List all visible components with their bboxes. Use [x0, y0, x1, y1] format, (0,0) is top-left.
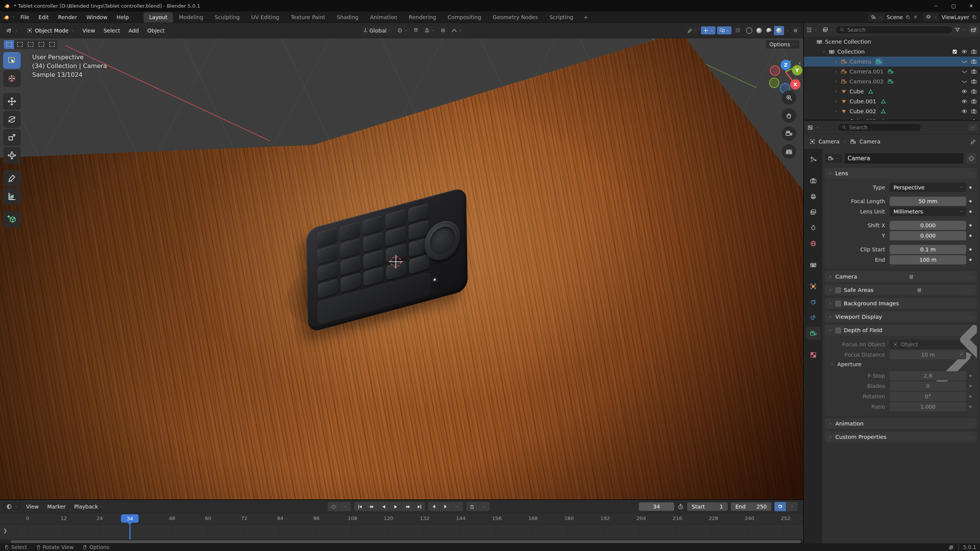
field-f-stop[interactable]: 2.8	[890, 371, 966, 380]
properties-tab-view-layer[interactable]	[805, 205, 821, 218]
panel-header[interactable]: Camera ::::	[825, 271, 977, 282]
properties-tab-physics[interactable]	[805, 295, 821, 308]
jump-start-button[interactable]	[354, 502, 366, 511]
select-mode-2[interactable]	[25, 40, 36, 49]
next-keyframe-button[interactable]	[402, 502, 413, 511]
field-rotation[interactable]: 0°	[890, 392, 966, 401]
field-type[interactable]: Perspective	[890, 183, 966, 192]
menu-help[interactable]: Help	[112, 11, 134, 23]
add-workspace-button[interactable]: +	[579, 12, 593, 23]
close-icon[interactable]	[913, 15, 918, 20]
animate-dot-icon[interactable]	[969, 224, 972, 227]
panel-header[interactable]: Background Images ::::	[825, 298, 977, 309]
viewport-menu-add[interactable]: Add	[125, 26, 143, 35]
expander-icon[interactable]	[834, 109, 838, 114]
field-focal-length[interactable]: 50 mm	[890, 197, 966, 206]
field-focus-on-object[interactable]: Object	[890, 340, 966, 349]
panel-grip[interactable]: ::::	[965, 301, 973, 306]
panel-header[interactable]: Safe Areas ::::	[825, 285, 977, 295]
eye-closed-icon[interactable]	[961, 68, 967, 75]
filter-images-icon[interactable]	[822, 27, 828, 33]
minimize-button[interactable]: ─	[927, 0, 945, 11]
scrollbar-handle[interactable]	[11, 540, 801, 543]
expander-icon[interactable]	[834, 89, 838, 94]
gizmo-axis-z[interactable]: Z	[781, 60, 791, 70]
tool-annotate[interactable]	[3, 170, 21, 187]
prev-keyframe-button[interactable]	[366, 502, 378, 511]
chevron-down-icon[interactable]	[816, 126, 820, 129]
new-viewlayer-icon[interactable]	[972, 15, 977, 20]
keying-set-button[interactable]	[774, 502, 786, 511]
jump-end-button[interactable]	[413, 502, 425, 511]
animate-dot-icon[interactable]	[969, 259, 972, 261]
panel-grip[interactable]: ::::	[965, 421, 973, 426]
tool-cursor[interactable]	[3, 70, 21, 87]
field-focus-distance[interactable]: 10 m	[890, 350, 966, 359]
shading-wireframe-button[interactable]	[744, 26, 754, 35]
chevron-down-icon[interactable]	[786, 29, 789, 33]
properties-tab-render[interactable]	[805, 174, 821, 187]
chevron-down-icon[interactable]	[814, 28, 818, 32]
scene-selector[interactable]	[868, 13, 884, 21]
panel-checkbox[interactable]	[835, 301, 841, 306]
tab-animation[interactable]: Animation	[364, 12, 403, 23]
start-frame-field[interactable]: Start1	[687, 502, 728, 511]
frame-dropdown[interactable]	[452, 502, 463, 511]
tab-layout[interactable]: Layout	[144, 12, 173, 23]
ortho-grid-button[interactable]	[782, 144, 796, 159]
viewport-3d[interactable]: Object ModeViewSelectAddObject Global Op…	[0, 23, 804, 499]
mode-dropdown[interactable]: Object Mode	[24, 26, 78, 35]
keying-popover[interactable]	[685, 27, 699, 34]
end-frame-field[interactable]: End250	[731, 502, 771, 511]
eyedropper-icon[interactable]	[959, 352, 964, 357]
tab-compositing[interactable]: Compositing	[442, 12, 487, 23]
animate-dot-icon[interactable]	[969, 186, 972, 189]
snap-toggle[interactable]	[411, 26, 421, 34]
outliner-row-cube-002[interactable]: Cube.002	[804, 106, 980, 116]
checkbox-checked-icon[interactable]	[952, 49, 958, 55]
timeline-editor-type-button[interactable]	[3, 502, 21, 511]
auto-keying-dropdown[interactable]	[340, 502, 351, 511]
camera-render-icon[interactable]	[971, 98, 977, 104]
field-lens-unit[interactable]: Millimeters	[890, 207, 966, 216]
outliner-row-camera-001[interactable]: Camera.001	[804, 67, 980, 77]
gizmo-axis-y[interactable]: Y	[792, 65, 802, 75]
timeline-menu-marker[interactable]: Marker	[43, 502, 69, 511]
panel-header[interactable]: Animation::::	[825, 418, 977, 429]
outliner-row-camera-002[interactable]: Camera.002	[804, 77, 980, 86]
sliders-icon[interactable]	[908, 274, 914, 280]
field-y[interactable]: 0.000	[890, 231, 966, 240]
preview-range-button[interactable]	[466, 502, 478, 511]
viewport-menu-view[interactable]: View	[78, 26, 99, 35]
panel-lens-header[interactable]: Lens::::	[825, 168, 977, 179]
properties-tab-object-data[interactable]	[805, 327, 821, 340]
outliner-row-camera[interactable]: Camera	[804, 57, 980, 67]
menu-edit[interactable]: Edit	[34, 11, 53, 23]
zoom-button[interactable]	[782, 90, 796, 105]
preview-range-dropdown[interactable]	[478, 502, 490, 511]
panel-header[interactable]: Custom Properties::::	[825, 432, 977, 442]
editor-type-button[interactable]	[3, 26, 21, 35]
animate-dot-icon[interactable]	[969, 210, 972, 213]
timeline-menu-playback[interactable]: Playback	[70, 502, 108, 511]
animate-dot-icon[interactable]	[969, 235, 972, 237]
tool-measure[interactable]	[3, 188, 21, 205]
outliner-row-cube[interactable]: Cube	[804, 86, 980, 96]
display-mode-icon[interactable]	[806, 27, 812, 33]
gizmo-axis-x[interactable]: X	[790, 79, 800, 90]
outliner-row-collection[interactable]: Collection	[804, 47, 980, 57]
show-overlays-toggle[interactable]	[717, 26, 732, 34]
editor-properties-icon[interactable]	[807, 124, 813, 131]
field-shift-x[interactable]: 0.000	[890, 221, 966, 230]
tab-geometry-nodes[interactable]: Geometry Nodes	[487, 12, 544, 23]
orientation-dropdown[interactable]: Global	[361, 26, 394, 35]
select-mode-1[interactable]	[15, 40, 25, 49]
properties-tab-scene[interactable]	[805, 221, 821, 234]
eye-open-icon[interactable]	[961, 98, 967, 104]
channel-expander-icon[interactable]: ❯	[3, 528, 7, 533]
close-button[interactable]: ✕	[962, 0, 980, 11]
playhead-flag[interactable]: 34	[121, 514, 139, 523]
xray-toggle[interactable]	[733, 26, 743, 34]
outliner-row-cube-001[interactable]: Cube.001	[804, 96, 980, 106]
field-blades[interactable]: 0	[890, 381, 966, 391]
